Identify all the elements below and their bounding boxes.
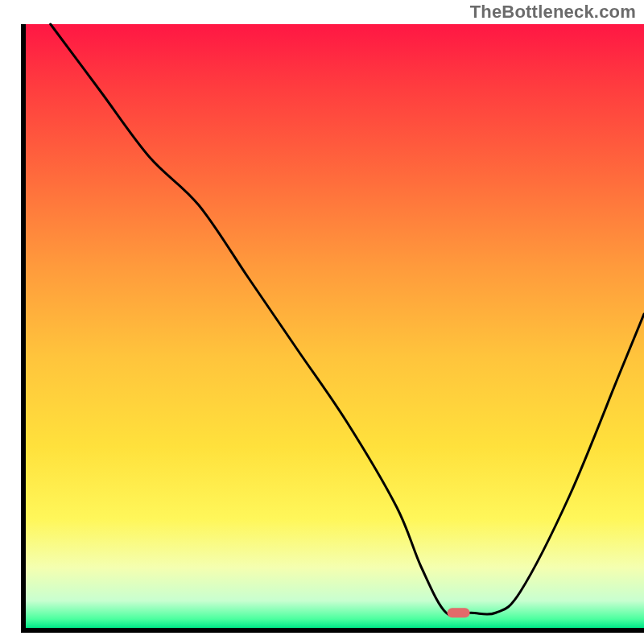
watermark-text: TheBottleneck.com — [470, 2, 636, 23]
optimal-marker — [448, 608, 470, 617]
chart-frame: TheBottleneck.com — [0, 0, 644, 644]
bottleneck-chart — [0, 0, 644, 644]
